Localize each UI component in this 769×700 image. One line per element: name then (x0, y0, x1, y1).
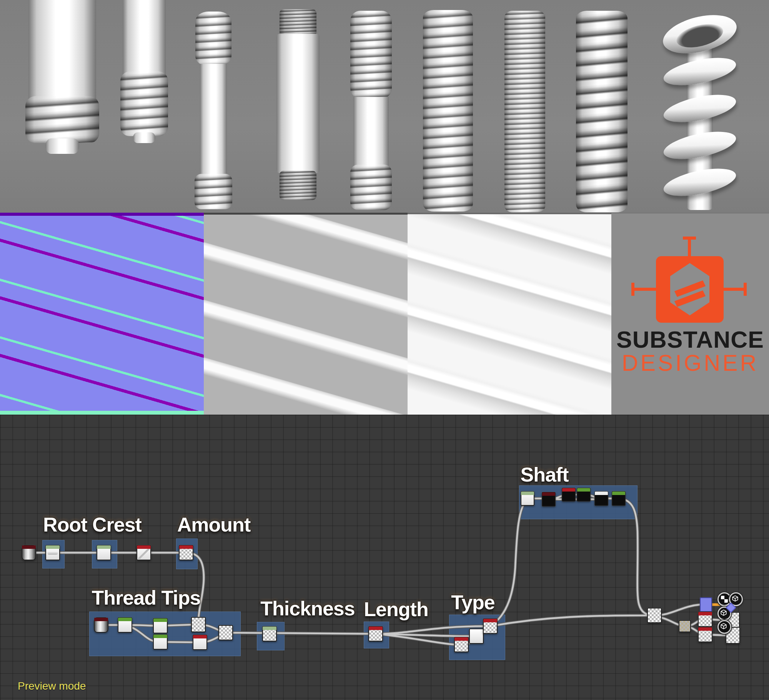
node-input-cylinder[interactable] (22, 545, 36, 560)
screw-shaft (276, 34, 320, 173)
group-label-type: Type (451, 591, 495, 614)
substance-designer-promo: SUBSTANCE DESIGNER Root Crest Amount Thr… (0, 0, 769, 700)
node-final-blend[interactable] (647, 608, 662, 623)
node-type-a[interactable] (454, 637, 469, 652)
substance-hexagon-icon (663, 260, 717, 318)
node-shaft-b[interactable] (542, 492, 556, 507)
status-preview-mode: Preview mode (18, 680, 86, 692)
screw-threads (195, 174, 232, 209)
logo-text-substance: SUBSTANCE (611, 326, 769, 353)
group-label-shaft: Shaft (521, 463, 569, 486)
screw-threads (350, 11, 392, 98)
screw-shaft (200, 64, 227, 177)
screw-shaft (28, 0, 96, 102)
screw-threads (280, 9, 316, 36)
screw-threads (350, 165, 392, 210)
screw-threads (423, 10, 473, 212)
node-thread-tips-c[interactable] (153, 634, 168, 650)
normal-map-top-band (0, 213, 204, 216)
node-shaft-f[interactable] (612, 491, 626, 506)
group-label-root-crest: Root Crest (43, 513, 141, 536)
logo-crosshair-right (724, 288, 745, 291)
node-shaft-e[interactable] (594, 491, 608, 506)
screw-threads (120, 72, 168, 136)
logo-panel: SUBSTANCE DESIGNER (611, 213, 769, 415)
logo-crosshair-right-tick (744, 283, 747, 296)
logo-crosshair-top-tick (683, 237, 696, 240)
screw-threads (504, 11, 545, 212)
logo-crosshair-left-tick (631, 283, 634, 296)
screw-shaft (353, 97, 389, 167)
node-amount[interactable] (179, 545, 193, 560)
node-normal-output[interactable] (700, 597, 712, 612)
height-map-preview (204, 213, 408, 415)
node-gradient[interactable] (136, 545, 151, 560)
ambient-occlusion-map-preview (408, 213, 611, 415)
node-height-output[interactable] (698, 612, 712, 627)
node-blend-merge[interactable] (218, 625, 233, 640)
cube-3d-icon[interactable] (717, 620, 731, 634)
node-graph-editor[interactable]: Root Crest Amount Thread Tips Thickness … (0, 415, 769, 700)
node-root[interactable] (45, 545, 60, 560)
node-thread-tips-b[interactable] (153, 618, 168, 633)
node-type-b[interactable] (469, 628, 484, 644)
group-label-thickness: Thickness (260, 597, 355, 620)
render-gallery (0, 0, 769, 214)
normal-map-preview (0, 213, 204, 415)
logo-crosshair-left (634, 288, 656, 291)
screw-shaft (123, 0, 166, 76)
node-thread-tips-d[interactable] (193, 635, 207, 650)
node-type-c[interactable] (483, 618, 498, 634)
screw-tip (133, 132, 155, 143)
node-input-cylinder[interactable] (94, 617, 108, 633)
node-shaft-c[interactable] (562, 488, 576, 502)
node-shaft-d[interactable] (577, 488, 591, 502)
node-ao-output[interactable] (698, 627, 712, 642)
screw-threads (576, 11, 628, 212)
texture-maps-strip: SUBSTANCE DESIGNER (0, 213, 769, 415)
node-blend-upper[interactable] (191, 617, 206, 632)
node-thickness[interactable] (262, 626, 277, 642)
group-label-amount: Amount (177, 513, 250, 536)
screw-threads (195, 12, 231, 66)
logo-text-designer: DESIGNER (611, 350, 769, 376)
screw-threads (280, 171, 316, 200)
node-splitter[interactable] (679, 620, 691, 632)
normal-map-bottom-band (0, 411, 204, 415)
screw-threads (25, 96, 99, 143)
group-label-thread-tips: Thread Tips (92, 586, 201, 609)
node-length[interactable] (368, 626, 383, 642)
node-thread-tips-a[interactable] (118, 617, 132, 633)
node-crest[interactable] (97, 545, 111, 560)
screw-tip (45, 138, 79, 154)
node-shaft-a[interactable] (521, 491, 534, 506)
group-label-length: Length (364, 598, 428, 621)
